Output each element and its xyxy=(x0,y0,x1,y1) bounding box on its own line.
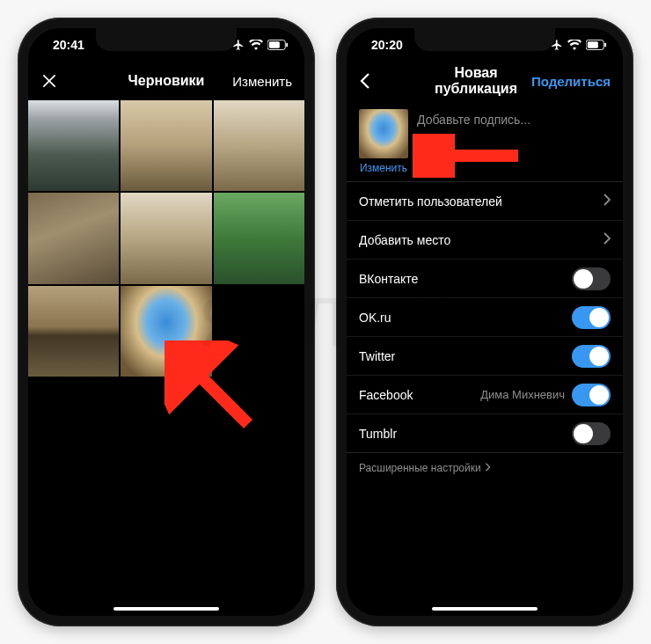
row-label: Facebook xyxy=(359,388,413,402)
chevron-right-icon xyxy=(603,194,611,209)
row-label: Tumblr xyxy=(359,427,397,441)
advanced-settings[interactable]: Расширенные настройки xyxy=(347,453,623,483)
chevron-left-icon xyxy=(359,72,371,90)
row-label: Twitter xyxy=(359,349,395,363)
wifi-icon xyxy=(567,40,582,50)
twitter-toggle[interactable] xyxy=(572,345,611,368)
draft-thumb[interactable] xyxy=(121,100,211,191)
draft-empty xyxy=(214,286,304,377)
svg-rect-5 xyxy=(588,41,598,48)
notch xyxy=(414,28,555,51)
close-button[interactable] xyxy=(40,72,102,90)
draft-thumb[interactable] xyxy=(121,286,211,377)
svg-rect-1 xyxy=(269,41,280,48)
nav-title: Черновики xyxy=(102,73,230,89)
status-time: 20:20 xyxy=(371,38,403,52)
facebook-toggle[interactable] xyxy=(572,384,611,406)
phone-right: 20:20 Новая публикация Поделиться Измени… xyxy=(336,18,633,626)
draft-thumb[interactable] xyxy=(214,193,304,283)
home-indicator xyxy=(113,607,219,611)
svg-rect-2 xyxy=(286,43,288,48)
row-tumblr: Tumblr xyxy=(347,414,623,453)
row-add-location[interactable]: Добавить место xyxy=(347,221,623,260)
status-time: 20:41 xyxy=(53,38,84,52)
navbar-compose: Новая публикация Поделиться xyxy=(347,62,623,100)
home-indicator xyxy=(432,607,538,611)
status-icons xyxy=(232,39,289,51)
row-label: Добавить место xyxy=(359,233,450,247)
row-vk: ВКонтакте xyxy=(347,260,623,298)
compose-header: Изменить Добавьте подпись... xyxy=(347,100,623,181)
draft-thumb[interactable] xyxy=(214,100,304,191)
draft-thumb[interactable] xyxy=(121,193,211,283)
draft-thumb[interactable] xyxy=(28,100,119,191)
status-icons xyxy=(551,39,607,51)
row-label: OK.ru xyxy=(359,311,391,325)
compose-thumbnail[interactable] xyxy=(359,109,408,158)
row-tag-users[interactable]: Отметить пользователей xyxy=(347,182,623,221)
row-okru: OK.ru xyxy=(347,298,623,337)
chevron-right-icon xyxy=(485,462,491,474)
caption-input[interactable]: Добавьте подпись... xyxy=(417,109,611,127)
row-label: Отметить пользователей xyxy=(359,194,502,209)
phone-left: 20:41 Черновики Изменить xyxy=(18,18,315,626)
notch xyxy=(96,28,237,51)
facebook-account: Дима Михневич xyxy=(480,388,565,401)
svg-rect-6 xyxy=(604,43,606,48)
wifi-icon xyxy=(249,40,263,50)
chevron-right-icon xyxy=(603,232,611,247)
vk-toggle[interactable] xyxy=(572,267,611,290)
close-icon xyxy=(40,72,58,90)
edit-link[interactable]: Изменить xyxy=(360,162,407,174)
row-label: ВКонтакте xyxy=(359,272,418,286)
draft-thumb[interactable] xyxy=(28,286,119,377)
okru-toggle[interactable] xyxy=(572,306,611,329)
navbar-drafts: Черновики Изменить xyxy=(28,62,304,100)
row-facebook: Facebook Дима Михневич xyxy=(347,376,623,414)
share-button[interactable]: Поделиться xyxy=(531,74,611,89)
battery-icon xyxy=(267,40,289,50)
battery-icon xyxy=(586,40,607,50)
tumblr-toggle[interactable] xyxy=(572,422,611,445)
edit-button[interactable]: Изменить xyxy=(230,74,292,89)
row-twitter: Twitter xyxy=(347,337,623,376)
advanced-label: Расширенные настройки xyxy=(359,462,481,474)
back-button[interactable] xyxy=(359,72,421,90)
drafts-grid xyxy=(28,100,304,377)
draft-thumb[interactable] xyxy=(28,193,119,283)
nav-title: Новая публикация xyxy=(421,65,531,97)
